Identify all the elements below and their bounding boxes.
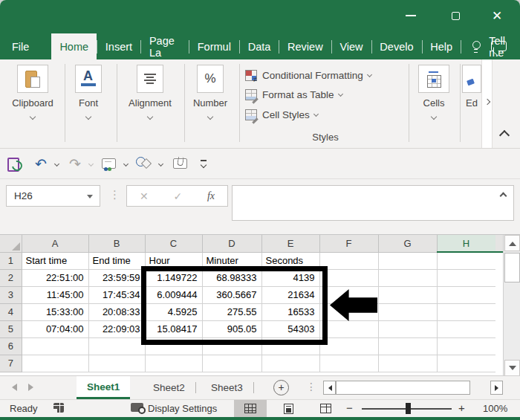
- shapes-dropdown[interactable]: [156, 154, 165, 173]
- cell[interactable]: [437, 320, 495, 337]
- formula-input[interactable]: [232, 185, 514, 221]
- cells-group[interactable]: Cells: [410, 59, 458, 149]
- cell[interactable]: [22, 355, 88, 372]
- redo-button[interactable]: ↷: [65, 154, 85, 173]
- cell-B5[interactable]: 22:09:03: [88, 320, 145, 337]
- cell[interactable]: [378, 355, 437, 372]
- mail-dropdown[interactable]: [121, 154, 130, 173]
- clipboard-group[interactable]: Clipboard: [3, 59, 62, 149]
- number-group[interactable]: % Number: [181, 59, 240, 149]
- cell[interactable]: [319, 337, 378, 355]
- scroll-left-button[interactable]: [323, 381, 336, 395]
- editing-button[interactable]: [462, 65, 481, 93]
- tab-formulas[interactable]: Formul: [189, 33, 239, 59]
- sheet-tab-sheet2[interactable]: Sheet2: [143, 376, 195, 399]
- zoom-slider-thumb[interactable]: [406, 403, 411, 414]
- editing-group[interactable]: Ed: [461, 59, 482, 149]
- cell[interactable]: [319, 320, 378, 337]
- cell-B2[interactable]: 23:59:59: [88, 269, 145, 286]
- column-header-H[interactable]: H: [437, 235, 495, 252]
- row-header-1[interactable]: 1: [0, 252, 22, 269]
- sheet-tab-sheet3[interactable]: Sheet3: [201, 376, 253, 399]
- column-header-D[interactable]: D: [202, 235, 261, 252]
- undo-button[interactable]: ↶: [31, 154, 51, 173]
- cell-A1[interactable]: Start time: [22, 252, 88, 269]
- cell[interactable]: [378, 269, 437, 286]
- undo-dropdown[interactable]: [52, 154, 61, 173]
- cells-button[interactable]: [418, 65, 449, 93]
- cell-A2[interactable]: 22:51:00: [22, 269, 88, 286]
- comments-icon[interactable]: [491, 41, 507, 51]
- row-header-6[interactable]: 6: [0, 337, 22, 355]
- alignment-button[interactable]: [137, 65, 163, 93]
- clipboard-button[interactable]: [17, 65, 48, 93]
- page-break-view-button[interactable]: [309, 400, 342, 417]
- row-header-3[interactable]: 3: [0, 286, 22, 303]
- chevron-down-icon[interactable]: [147, 114, 153, 120]
- cell-B3[interactable]: 17:45:34: [88, 286, 145, 303]
- cell[interactable]: [378, 252, 437, 269]
- horizontal-scrollbar[interactable]: [336, 381, 470, 395]
- page-layout-view-button[interactable]: [272, 400, 305, 417]
- cell[interactable]: [145, 355, 202, 372]
- tab-home[interactable]: Home: [51, 33, 97, 59]
- format-as-table-button[interactable]: Format as Table: [245, 85, 342, 103]
- number-button[interactable]: %: [197, 65, 224, 93]
- tab-data[interactable]: Data: [240, 33, 279, 59]
- cell[interactable]: [378, 320, 437, 337]
- cell[interactable]: [319, 355, 378, 372]
- vertical-scrollbar[interactable]: [503, 235, 520, 375]
- scroll-right-button[interactable]: [490, 381, 503, 395]
- tab-help[interactable]: Help: [422, 33, 461, 59]
- chevron-down-icon[interactable]: [30, 114, 36, 120]
- cell[interactable]: [437, 337, 495, 355]
- tab-developer[interactable]: Develo: [371, 33, 421, 59]
- cell[interactable]: [437, 269, 495, 286]
- cell-A3[interactable]: 11:45:00: [22, 286, 88, 303]
- cell[interactable]: [437, 286, 495, 303]
- save-sync-button[interactable]: [6, 154, 24, 173]
- ribbon-scroll-strip[interactable]: [481, 59, 493, 148]
- display-settings-button[interactable]: Display Settings: [148, 403, 217, 414]
- mail-contacts-button[interactable]: [98, 154, 119, 173]
- column-header-A[interactable]: A: [22, 235, 88, 252]
- expand-formula-bar-icon[interactable]: [500, 193, 507, 200]
- cell[interactable]: [378, 337, 437, 355]
- column-header-F[interactable]: F: [319, 235, 378, 252]
- row-header-2[interactable]: 2: [0, 269, 22, 286]
- cell[interactable]: [88, 337, 145, 355]
- column-header-C[interactable]: C: [145, 235, 202, 252]
- cell[interactable]: [88, 355, 145, 372]
- zoom-out-button[interactable]: −: [346, 401, 353, 414]
- cell-styles-button[interactable]: Cell Styles: [245, 106, 318, 123]
- scroll-down-button[interactable]: [504, 360, 520, 375]
- close-button[interactable]: ✕: [484, 6, 510, 25]
- select-all-corner[interactable]: [0, 235, 22, 252]
- cell-A5[interactable]: 07:04:00: [22, 320, 88, 337]
- alignment-group[interactable]: Alignment: [120, 59, 180, 149]
- macro-record-icon[interactable]: [53, 403, 64, 413]
- insert-function-icon[interactable]: fx: [207, 190, 215, 202]
- customize-qat-button[interactable]: [198, 154, 209, 173]
- row-header-5[interactable]: 5: [0, 320, 22, 337]
- tab-insert[interactable]: Insert: [97, 33, 140, 59]
- chevron-down-icon[interactable]: [207, 114, 213, 120]
- chevron-down-icon[interactable]: [85, 114, 91, 120]
- column-header-E[interactable]: E: [261, 235, 319, 252]
- sheet-tab-sheet1[interactable]: Sheet1: [77, 376, 130, 399]
- normal-view-button[interactable]: [234, 400, 267, 417]
- attachment-button[interactable]: [169, 154, 190, 173]
- conditional-formatting-button[interactable]: Conditional Formatting: [245, 66, 371, 84]
- cell-B4[interactable]: 20:08:33: [88, 303, 145, 320]
- cell-B1[interactable]: End time: [88, 252, 145, 269]
- cell[interactable]: [202, 355, 261, 372]
- redo-dropdown[interactable]: [86, 154, 95, 173]
- column-header-B[interactable]: B: [88, 235, 145, 252]
- next-sheet-icon[interactable]: [28, 384, 33, 391]
- enter-icon[interactable]: ✓: [173, 190, 182, 202]
- cancel-icon[interactable]: ✕: [140, 190, 149, 202]
- cell[interactable]: [261, 355, 319, 372]
- cell[interactable]: [437, 252, 495, 269]
- maximize-button[interactable]: [443, 6, 468, 25]
- chevron-down-icon[interactable]: [87, 195, 93, 201]
